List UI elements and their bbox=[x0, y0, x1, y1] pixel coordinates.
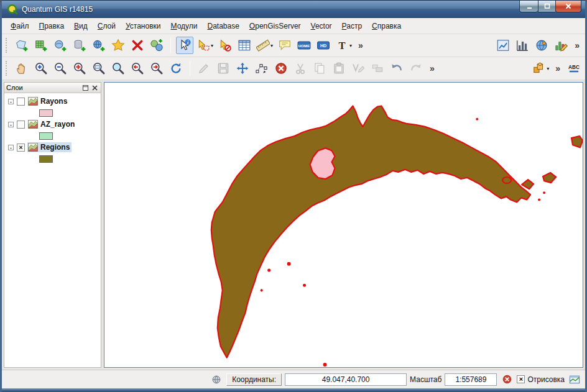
identify-button[interactable]: i bbox=[176, 37, 193, 54]
layers-panel-header[interactable]: Слои bbox=[4, 83, 101, 93]
dropdown-caret-icon[interactable]: ▾ bbox=[211, 43, 213, 48]
redo-button[interactable] bbox=[407, 60, 425, 77]
menu-database[interactable]: Database bbox=[202, 19, 244, 33]
toolbar-grip[interactable] bbox=[6, 38, 8, 53]
layer-crs-button[interactable] bbox=[148, 37, 165, 54]
layer-symbology-swatch[interactable] bbox=[39, 155, 53, 163]
statistics-button[interactable] bbox=[552, 37, 570, 54]
dropdown-caret-icon[interactable]: ▾ bbox=[349, 43, 352, 48]
attribute-table-button[interactable] bbox=[236, 37, 253, 54]
pan-button[interactable] bbox=[13, 60, 30, 77]
dock-float-button[interactable] bbox=[81, 84, 90, 92]
menu-layer[interactable]: Слой bbox=[93, 19, 121, 33]
layer-visibility-checkbox-regions[interactable]: × bbox=[17, 144, 25, 152]
render-checkbox[interactable]: × bbox=[517, 375, 525, 383]
layer-visibility-checkbox-az-rayon[interactable] bbox=[17, 121, 25, 129]
zoom-to-selection-button[interactable] bbox=[109, 60, 127, 77]
merge-features-button[interactable] bbox=[369, 60, 386, 77]
ogc-services-button[interactable] bbox=[533, 37, 550, 54]
layer-row-regions[interactable]: -×Regions bbox=[7, 142, 101, 153]
select-features-button[interactable]: ▾ bbox=[195, 37, 215, 54]
projection-status-button[interactable] bbox=[568, 373, 581, 386]
bubble-icon bbox=[278, 39, 292, 52]
minimize-button[interactable] bbox=[519, 1, 538, 12]
remove-layer-button[interactable] bbox=[129, 37, 146, 54]
add-raster-icon bbox=[34, 39, 48, 52]
maximize-button[interactable] bbox=[538, 1, 555, 12]
zoom-in-button[interactable] bbox=[32, 60, 50, 77]
dropdown-caret-icon[interactable]: ▾ bbox=[270, 43, 273, 48]
add-postgis-layer-button[interactable] bbox=[52, 37, 69, 54]
menu-vector[interactable]: Vector bbox=[306, 19, 337, 33]
map-drawing bbox=[104, 83, 583, 367]
histogram-button[interactable] bbox=[514, 37, 531, 54]
toggle-editing-button[interactable] bbox=[195, 60, 213, 77]
menu-edit[interactable]: Правка bbox=[34, 19, 70, 33]
menu-opengisserver[interactable]: OpenGisServer bbox=[244, 19, 306, 33]
layer-symbology-swatch[interactable] bbox=[39, 132, 53, 140]
render-toggle[interactable]: × Отрисовка bbox=[517, 375, 565, 384]
labeling-button[interactable]: ABC bbox=[565, 60, 583, 77]
zoom-next-button[interactable] bbox=[148, 60, 165, 77]
zoom-to-layer-button[interactable] bbox=[90, 60, 108, 77]
layer-visibility-checkbox-rayons[interactable] bbox=[17, 98, 25, 106]
save-edits-button[interactable] bbox=[215, 60, 232, 77]
diagram-overlay-button[interactable] bbox=[494, 37, 512, 54]
paste-features-button[interactable] bbox=[330, 60, 348, 77]
move-feature-button[interactable] bbox=[234, 60, 251, 77]
copy-features-button[interactable] bbox=[311, 60, 328, 77]
scale-field[interactable]: 1:557689 bbox=[445, 373, 497, 386]
toggle-extents-button[interactable] bbox=[210, 373, 223, 386]
zoom-last-button[interactable] bbox=[129, 60, 146, 77]
menu-plugins[interactable]: Модули bbox=[165, 19, 202, 33]
deselect-icon bbox=[218, 39, 232, 52]
layer-row-az-rayon[interactable]: -AZ_rayon bbox=[7, 119, 101, 130]
hd-plugin-button[interactable]: HD bbox=[315, 37, 332, 54]
dropdown-caret-icon[interactable]: ▾ bbox=[547, 66, 549, 71]
delete-selected-button[interactable] bbox=[272, 60, 290, 77]
add-vector-layer-button[interactable] bbox=[13, 37, 30, 54]
zoom-full-button[interactable] bbox=[71, 60, 88, 77]
refresh-map-button[interactable] bbox=[167, 60, 185, 77]
add-wms-layer-button[interactable] bbox=[90, 37, 108, 54]
node-tool-button[interactable] bbox=[253, 60, 270, 77]
toolbar-overflow-button[interactable]: » bbox=[355, 40, 366, 50]
toolbar-overflow-button[interactable]: » bbox=[571, 40, 583, 50]
menu-settings[interactable]: Установки bbox=[121, 19, 166, 33]
coordinates-field[interactable]: 49.047,40.700 bbox=[285, 373, 407, 386]
coordinates-label[interactable]: Координаты: bbox=[226, 373, 282, 386]
cut-features-button[interactable] bbox=[292, 60, 309, 77]
tree-expander-icon[interactable]: - bbox=[8, 122, 14, 127]
menu-help[interactable]: Справка bbox=[367, 19, 406, 33]
node-icon bbox=[255, 62, 269, 75]
python-plugins-button[interactable]: ▾ bbox=[531, 60, 550, 77]
home-plugin-button[interactable]: HOME bbox=[295, 37, 313, 54]
undo-button[interactable] bbox=[388, 60, 405, 77]
menu-raster[interactable]: Растр bbox=[337, 19, 367, 33]
menu-file[interactable]: Файл bbox=[6, 19, 34, 33]
toolbar-grip[interactable] bbox=[6, 61, 8, 76]
deselect-features-button[interactable] bbox=[216, 37, 234, 54]
title-bar[interactable]: Quantum GIS r14815 bbox=[2, 1, 585, 18]
tree-expander-icon[interactable]: - bbox=[8, 145, 14, 150]
layer-symbology-swatch[interactable] bbox=[39, 109, 53, 117]
home-icon: HOME bbox=[297, 39, 311, 52]
add-spatialite-layer-button[interactable] bbox=[71, 37, 88, 54]
map-canvas[interactable] bbox=[104, 82, 583, 368]
menu-view[interactable]: Вид bbox=[69, 19, 93, 33]
toolbar-overflow-button[interactable]: » bbox=[427, 63, 438, 73]
simplify-feature-button[interactable] bbox=[349, 60, 367, 77]
tree-expander-icon[interactable]: - bbox=[8, 99, 14, 104]
add-raster-layer-button[interactable] bbox=[32, 37, 50, 54]
new-shapefile-button[interactable] bbox=[109, 37, 127, 54]
close-button[interactable] bbox=[555, 1, 581, 12]
dock-close-button[interactable] bbox=[91, 84, 99, 92]
zoom-out-button[interactable] bbox=[52, 60, 69, 77]
toolbar-overflow-button[interactable]: » bbox=[552, 63, 563, 73]
text-annotation-button[interactable]: T▾ bbox=[334, 37, 353, 54]
stop-render-button[interactable] bbox=[500, 373, 514, 386]
redo-icon bbox=[409, 62, 423, 75]
map-tips-button[interactable] bbox=[276, 37, 294, 54]
measure-button[interactable]: ▾ bbox=[255, 37, 274, 54]
layer-row-rayons[interactable]: -Rayons bbox=[7, 96, 101, 107]
